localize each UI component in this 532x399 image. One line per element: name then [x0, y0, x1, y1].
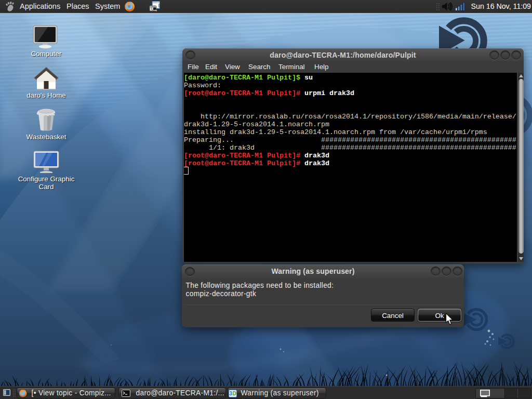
svg-text:3: 3 — [229, 391, 232, 396]
svg-text:D: D — [232, 391, 236, 396]
